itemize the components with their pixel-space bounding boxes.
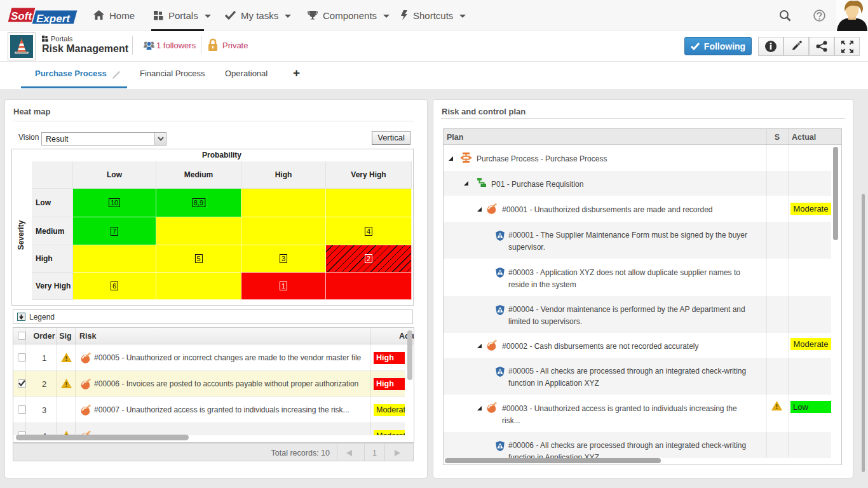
svg-text:Expert: Expert — [36, 13, 71, 25]
svg-text:Soft: Soft — [11, 10, 32, 22]
